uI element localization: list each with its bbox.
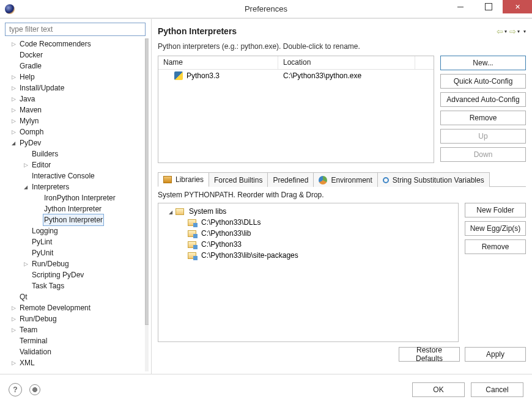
tab-forced-builtins[interactable]: Forced Builtins <box>209 172 268 187</box>
quick-auto-config-button[interactable]: Quick Auto-Config <box>440 74 526 89</box>
tree-item[interactable]: Gradle <box>5 60 149 71</box>
tree-item-label: Qt <box>18 291 29 302</box>
tab-environment[interactable]: Environment <box>313 172 377 187</box>
page-nav: ⇦▾ ⇨▾ ▾ <box>497 27 526 36</box>
expand-icon[interactable] <box>10 137 17 149</box>
tree-item[interactable]: Help <box>5 71 149 82</box>
menu-button[interactable]: ▾ <box>522 27 526 36</box>
tree-item[interactable]: Terminal <box>5 335 149 346</box>
lib-path-item[interactable]: C:\Python33\lib\site-packages <box>162 250 454 261</box>
tree-item[interactable]: Validation <box>5 346 149 357</box>
tree-item[interactable]: Task Tags <box>5 280 149 291</box>
expand-icon[interactable] <box>10 71 17 82</box>
expand-icon[interactable] <box>10 357 17 368</box>
python-icon <box>174 71 183 80</box>
restore-defaults-button[interactable]: Restore Defaults <box>399 347 460 362</box>
tree-item[interactable]: Python Interpreter <box>5 214 149 225</box>
apply-button[interactable]: Apply <box>465 347 526 362</box>
tree-item[interactable]: Team <box>5 324 149 335</box>
tree-item[interactable]: Scripting PyDev <box>5 269 149 280</box>
expand-icon[interactable] <box>10 126 17 137</box>
expand-icon[interactable] <box>22 258 29 269</box>
interpreter-buttons: New... Quick Auto-Config Advanced Auto-C… <box>440 56 526 163</box>
lib-path-item[interactable]: C:\Python33 <box>162 239 454 250</box>
tree-item-label: Validation <box>18 346 53 357</box>
cancel-button[interactable]: Cancel <box>471 382 523 397</box>
tree-item[interactable]: Install/Update <box>5 82 149 93</box>
expand-icon[interactable] <box>10 104 17 115</box>
expand-icon[interactable] <box>10 115 17 126</box>
expand-icon[interactable] <box>10 313 17 324</box>
page-footer: Restore Defaults Apply <box>158 347 526 362</box>
tree-item[interactable]: PyLint <box>5 236 149 247</box>
tree-item[interactable]: Interpreters <box>5 181 149 192</box>
tree-item-label: Interpreters <box>31 181 70 192</box>
interpreter-location: C:\Python33\python.exe <box>283 71 361 80</box>
tree-item[interactable]: Java <box>5 93 149 104</box>
tab-libraries[interactable]: Libraries <box>158 172 209 187</box>
tree-item[interactable]: PyDev <box>5 137 149 148</box>
tree-item[interactable]: Jython Interpreter <box>5 203 149 214</box>
new-button[interactable]: New... <box>440 56 526 70</box>
expand-icon[interactable] <box>10 324 17 335</box>
table-row[interactable]: Python3.3C:\Python33\python.exe <box>158 70 434 82</box>
system-libs-root[interactable]: System libs <box>162 206 454 217</box>
tree-item[interactable]: Interactive Console <box>5 170 149 181</box>
forward-button[interactable]: ⇨▾ <box>509 27 520 36</box>
tree-item[interactable]: Oomph <box>5 126 149 137</box>
tree-item-label: Code Recommenders <box>18 38 92 49</box>
tree-item[interactable]: Editor <box>5 159 149 170</box>
tree-item[interactable]: Remote Development <box>5 302 149 313</box>
category-tree[interactable]: Code RecommendersDockerGradleHelpInstall… <box>5 38 149 371</box>
ok-button[interactable]: OK <box>412 382 465 397</box>
up-button[interactable]: Up <box>440 129 526 144</box>
close-button[interactable] <box>503 0 532 13</box>
expand-icon[interactable] <box>22 159 29 170</box>
filter-input[interactable] <box>5 23 146 36</box>
tree-item[interactable]: Builders <box>5 148 149 159</box>
tree-scrollbar[interactable] <box>145 38 149 371</box>
libraries-tree[interactable]: System libs C:\Python33\DLLsC:\Python33\… <box>158 203 459 342</box>
tree-item[interactable]: Qt <box>5 291 149 302</box>
tree-item[interactable]: Logging <box>5 225 149 236</box>
expand-icon[interactable] <box>10 93 17 104</box>
column-name[interactable]: Name <box>158 56 278 69</box>
tree-item[interactable]: Mylyn <box>5 115 149 126</box>
tab-string-substitution[interactable]: String Substitution Variables <box>377 172 490 187</box>
tree-item[interactable]: Run/Debug <box>5 313 149 324</box>
tree-item[interactable]: IronPython Interpreter <box>5 192 149 203</box>
advanced-auto-config-button[interactable]: Advanced Auto-Config <box>440 92 526 107</box>
expand-icon[interactable] <box>10 302 17 313</box>
interpreters-table-header: Name Location <box>158 56 434 70</box>
new-folder-button[interactable]: New Folder <box>465 203 526 217</box>
expand-icon[interactable] <box>10 38 17 49</box>
tab-label: Forced Builtins <box>214 176 262 184</box>
tree-item[interactable]: XML <box>5 357 149 368</box>
new-egg-zip-button[interactable]: New Egg/Zip(s) <box>465 221 526 236</box>
down-button[interactable]: Down <box>440 147 526 162</box>
record-icon[interactable] <box>29 384 40 395</box>
help-icon[interactable]: ? <box>9 383 22 396</box>
remove-lib-button[interactable]: Remove <box>465 239 526 254</box>
tree-item[interactable]: Run/Debug <box>5 258 149 269</box>
column-spacer <box>415 56 434 69</box>
libraries-area: System libs C:\Python33\DLLsC:\Python33\… <box>158 203 526 342</box>
content-area: Code RecommendersDockerGradleHelpInstall… <box>0 18 532 374</box>
interpreters-table[interactable]: Name Location Python3.3C:\Python33\pytho… <box>158 56 434 163</box>
libraries-icon <box>163 176 172 183</box>
tree-item[interactable]: Maven <box>5 104 149 115</box>
expand-icon[interactable] <box>10 82 17 93</box>
tree-item[interactable]: PyUnit <box>5 247 149 258</box>
tree-item[interactable]: Docker <box>5 49 149 60</box>
remove-interpreter-button[interactable]: Remove <box>440 111 526 125</box>
expand-icon[interactable] <box>167 208 174 215</box>
column-location[interactable]: Location <box>278 56 415 69</box>
tab-predefined[interactable]: Predefined <box>267 172 314 187</box>
minimize-button[interactable] <box>446 0 475 13</box>
tree-item[interactable]: Code Recommenders <box>5 38 149 49</box>
lib-path-item[interactable]: C:\Python33\DLLs <box>162 217 454 228</box>
lib-path-item[interactable]: C:\Python33\lib <box>162 228 454 239</box>
back-button[interactable]: ⇦▾ <box>497 27 507 36</box>
maximize-button[interactable] <box>475 0 503 13</box>
expand-icon[interactable] <box>22 181 29 193</box>
